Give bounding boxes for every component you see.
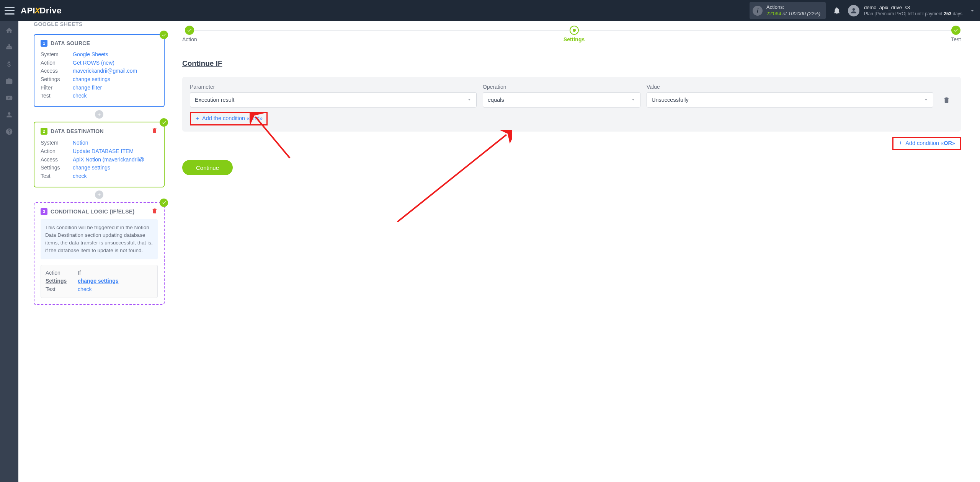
bell-icon[interactable] [833, 7, 841, 15]
actions-label: Actions: [766, 4, 820, 11]
top-header: APIXDrive i Actions: 22'064 of 100'000 (… [0, 0, 980, 21]
user-avatar-icon[interactable] [848, 5, 859, 16]
logo-drive: Drive [39, 6, 62, 15]
menu-icon[interactable] [5, 7, 15, 15]
info-icon: i [753, 6, 763, 16]
logo[interactable]: APIXDrive [21, 6, 62, 16]
user-name: demo_apix_drive_s3 [864, 4, 962, 11]
actions-counter[interactable]: i Actions: 22'064 of 100'000 (22%) [750, 2, 826, 20]
logo-api: API [21, 6, 35, 15]
actions-numbers: 22'064 of 100'000 (22%) [766, 11, 820, 17]
user-plan: Plan |Premium PRO| left until payment 25… [864, 11, 962, 17]
user-info[interactable]: demo_apix_drive_s3 Plan |Premium PRO| le… [864, 4, 962, 17]
chevron-down-icon[interactable] [969, 8, 975, 14]
